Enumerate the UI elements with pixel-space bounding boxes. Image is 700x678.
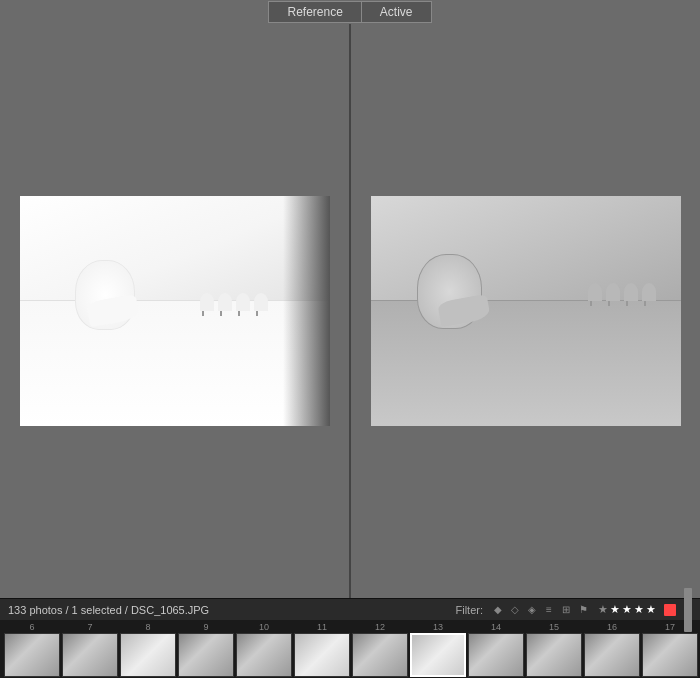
act-sheep-2: [606, 283, 620, 301]
thumb-number-12: 12: [375, 622, 385, 632]
thumb-7[interactable]: [62, 633, 118, 677]
thumb-17[interactable]: [642, 633, 698, 677]
thumb-group-10: 10: [236, 622, 292, 677]
thumb-8-image: [121, 634, 175, 676]
thumb-group-9: 9: [178, 622, 234, 677]
reference-photo: [20, 196, 330, 426]
thumb-number-8: 8: [145, 622, 150, 632]
thumb-group-7: 7: [62, 622, 118, 677]
thumb-12-image: [353, 634, 407, 676]
thumb-group-12: 12: [352, 622, 408, 677]
thumb-group-6: 6: [4, 622, 60, 677]
thumb-16[interactable]: [584, 633, 640, 677]
act-sheep-3: [624, 283, 638, 301]
thumb-number-6: 6: [29, 622, 34, 632]
star-5[interactable]: ★: [646, 603, 656, 616]
filmstrip: 133 photos / 1 selected / DSC_1065.JPG F…: [0, 598, 700, 678]
header-tabs: Reference Active: [0, 0, 700, 24]
thumb-15-image: [527, 634, 581, 676]
active-photo: [371, 196, 681, 426]
thumb-group-14: 14: [468, 622, 524, 677]
thumb-8[interactable]: [120, 633, 176, 677]
thumb-number-7: 7: [87, 622, 92, 632]
thumb-13[interactable]: [410, 633, 466, 677]
thumb-group-15: 15: [526, 622, 582, 677]
thumb-group-16: 16: [584, 622, 640, 677]
thumb-number-17: 17: [665, 622, 675, 632]
thumb-12[interactable]: [352, 633, 408, 677]
color-flag-red[interactable]: [664, 604, 676, 616]
ref-dark-edge: [283, 196, 330, 426]
act-tablecloth: [371, 300, 681, 427]
thumb-11-image: [295, 634, 349, 676]
thumb-13-image: [412, 635, 464, 675]
tab-active[interactable]: Active: [361, 1, 432, 23]
thumbnails-row: 6 7 8 9 10 11 12 13: [0, 620, 700, 678]
filter-flag-icon[interactable]: ⚑: [576, 603, 590, 617]
thumb-6[interactable]: [4, 633, 60, 677]
ref-sheep-4: [254, 293, 268, 311]
thumb-6-image: [5, 634, 59, 676]
thumb-group-11: 11: [294, 622, 350, 677]
star-4[interactable]: ★: [634, 603, 644, 616]
thumb-number-13: 13: [433, 622, 443, 632]
tab-reference[interactable]: Reference: [268, 1, 360, 23]
thumb-15[interactable]: [526, 633, 582, 677]
thumb-17-image: [643, 634, 697, 676]
filter-diamond-outline-icon[interactable]: ◇: [508, 603, 522, 617]
ref-sheep-3: [236, 293, 250, 311]
active-scene: [371, 196, 681, 426]
thumb-group-8: 8: [120, 622, 176, 677]
thumb-number-15: 15: [549, 622, 559, 632]
star-3[interactable]: ★: [622, 603, 632, 616]
active-tab-label: Active: [380, 5, 413, 19]
thumb-14[interactable]: [468, 633, 524, 677]
reference-scene: [20, 196, 330, 426]
reference-tab-label: Reference: [287, 5, 342, 19]
thumb-11[interactable]: [294, 633, 350, 677]
ref-sheep-group: [200, 293, 268, 311]
star-1[interactable]: ★: [598, 603, 608, 616]
thumb-group-13: 13: [410, 622, 466, 677]
thumb-9-image: [179, 634, 233, 676]
filter-diamond-half-icon[interactable]: ◈: [525, 603, 539, 617]
filter-label: Filter:: [456, 604, 484, 616]
act-sheep-4: [642, 283, 656, 301]
star-2[interactable]: ★: [610, 603, 620, 616]
thumb-group-17: 17: [642, 622, 698, 677]
thumb-number-9: 9: [203, 622, 208, 632]
filmstrip-toolbar: 133 photos / 1 selected / DSC_1065.JPG F…: [0, 598, 700, 620]
thumb-10[interactable]: [236, 633, 292, 677]
thumb-16-image: [585, 634, 639, 676]
thumb-14-image: [469, 634, 523, 676]
thumb-number-11: 11: [317, 622, 327, 632]
filter-grid-icon[interactable]: ⊞: [559, 603, 573, 617]
thumb-number-16: 16: [607, 622, 617, 632]
active-panel: [351, 24, 700, 598]
reference-panel: [0, 24, 349, 598]
act-sheep-group: [588, 283, 656, 301]
filter-lines-icon[interactable]: ≡: [542, 603, 556, 617]
thumb-9[interactable]: [178, 633, 234, 677]
ref-sheep-2: [218, 293, 232, 311]
filmstrip-info: 133 photos / 1 selected / DSC_1065.JPG: [8, 604, 448, 616]
thumb-10-image: [237, 634, 291, 676]
filter-icons: ◆ ◇ ◈ ≡ ⊞ ⚑: [491, 603, 590, 617]
thumb-number-10: 10: [259, 622, 269, 632]
filter-diamond-icon[interactable]: ◆: [491, 603, 505, 617]
ref-sheep-1: [200, 293, 214, 311]
main-area: [0, 24, 700, 598]
act-sheep-1: [588, 283, 602, 301]
thumb-7-image: [63, 634, 117, 676]
thumb-number-14: 14: [491, 622, 501, 632]
star-filter-icons: ★ ★ ★ ★ ★: [598, 603, 656, 616]
